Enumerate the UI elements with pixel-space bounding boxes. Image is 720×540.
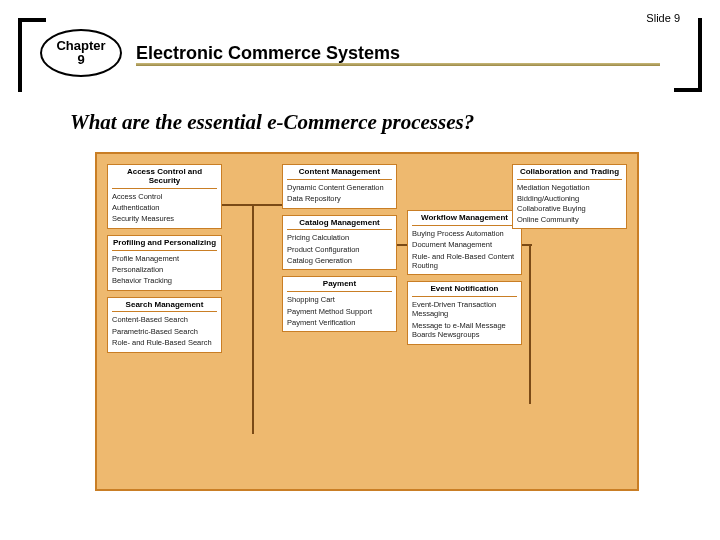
column-1: Access Control and SecurityAccess Contro… [107, 164, 222, 479]
title-wrap: Electronic Commerce Systems [136, 36, 660, 70]
column-2: Content ManagementDynamic Content Genera… [282, 164, 397, 479]
connector [397, 244, 407, 246]
block-item: Catalog Generation [287, 255, 392, 266]
block-heading: Access Control and Security [112, 168, 217, 189]
column-3: Workflow ManagementBuying Process Automa… [407, 210, 522, 479]
block-access: Access Control and SecurityAccess Contro… [107, 164, 222, 229]
block-heading: Profiling and Personalizing [112, 239, 217, 251]
diagram: Access Control and SecurityAccess Contro… [95, 152, 639, 491]
block-item: Mediation Negotiation [517, 182, 622, 193]
block-item: Rule- and Role-Based Content Routing [412, 251, 517, 272]
chapter-number: 9 [77, 53, 84, 67]
block-heading: Workflow Management [412, 214, 517, 226]
block-item: Document Management [412, 239, 517, 250]
block-item: Payment Method Support [287, 306, 392, 317]
block-catalog: Catalog ManagementPricing CalculationPro… [282, 215, 397, 271]
block-item: Profile Management [112, 253, 217, 264]
block-item: Pricing Calculation [287, 232, 392, 243]
block-heading: Event Notification [412, 285, 517, 297]
slide-title: Electronic Commerce Systems [136, 43, 400, 64]
chapter-label: Chapter [56, 39, 105, 53]
block-item: Security Measures [112, 213, 217, 224]
block-event: Event NotificationEvent-Driven Transacti… [407, 281, 522, 344]
block-collab: Collaboration and TradingMediation Negot… [512, 164, 627, 229]
chapter-badge: Chapter 9 [40, 29, 122, 77]
block-search: Search ManagementContent-Based SearchPar… [107, 297, 222, 353]
block-item: Role- and Rule-Based Search [112, 337, 217, 348]
block-payment: PaymentShopping CartPayment Method Suppo… [282, 276, 397, 332]
block-item: Bidding/Auctioning Collaborative Buying [517, 193, 622, 214]
question-heading: What are the essential e-Commerce proces… [70, 110, 680, 135]
block-workflow: Workflow ManagementBuying Process Automa… [407, 210, 522, 275]
block-heading: Payment [287, 280, 392, 292]
connector [252, 204, 254, 434]
block-item: Online Community [517, 214, 622, 225]
block-profiling: Profiling and PersonalizingProfile Manag… [107, 235, 222, 291]
block-heading: Content Management [287, 168, 392, 180]
block-item: Buying Process Automation [412, 228, 517, 239]
block-item: Personalization [112, 264, 217, 275]
block-item: Parametric-Based Search [112, 326, 217, 337]
block-item: Dynamic Content Generation [287, 182, 392, 193]
block-item: Event-Driven Transaction Messaging [412, 299, 517, 320]
block-item: Behavior Tracking [112, 275, 217, 286]
block-item: Authentication [112, 202, 217, 213]
block-heading: Collaboration and Trading [517, 168, 622, 180]
block-item: Data Repository [287, 193, 392, 204]
block-item: Access Control [112, 191, 217, 202]
block-item: Content-Based Search [112, 314, 217, 325]
block-heading: Search Management [112, 301, 217, 313]
column-4: Collaboration and TradingMediation Negot… [512, 164, 627, 479]
block-content: Content ManagementDynamic Content Genera… [282, 164, 397, 209]
header: Chapter 9 Electronic Commerce Systems [40, 28, 660, 78]
block-heading: Catalog Management [287, 219, 392, 231]
block-item: Product Configuration [287, 244, 392, 255]
block-item: Shopping Cart [287, 294, 392, 305]
block-item: Payment Verification [287, 317, 392, 328]
block-item: Message to e-Mail Message Boards Newsgro… [412, 320, 517, 341]
slide: Slide 9 Chapter 9 Electronic Commerce Sy… [0, 0, 720, 540]
bracket-bottom-right [674, 18, 702, 92]
